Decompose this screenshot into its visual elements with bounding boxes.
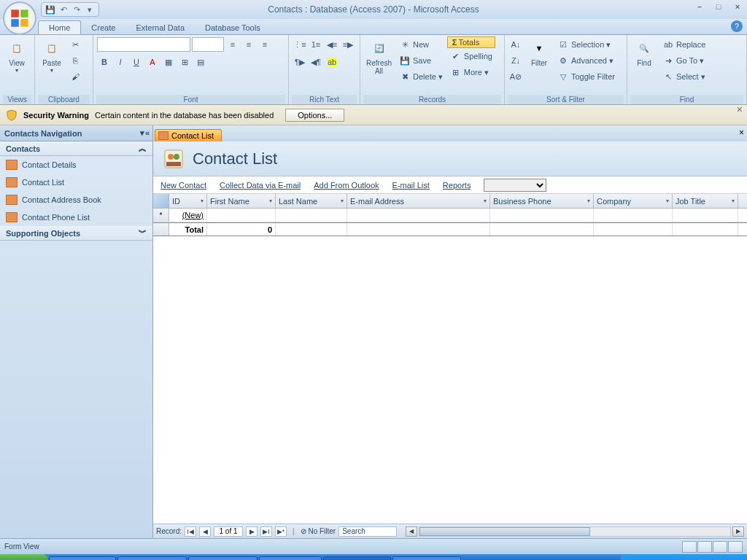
office-button[interactable] — [3, 1, 36, 35]
nav-item-contact-phone-list[interactable]: Contact Phone List — [0, 209, 152, 226]
totals-button[interactable]: Σ Totals — [447, 36, 495, 48]
link-new-contact[interactable]: New Contact — [160, 181, 206, 190]
link-add-outlook[interactable]: Add From Outlook — [314, 181, 379, 190]
form-view-button[interactable] — [682, 541, 697, 553]
select-button[interactable]: ↖Select ▾ — [659, 69, 708, 85]
italic-button[interactable]: I — [112, 54, 128, 70]
col-last-name[interactable]: Last Name▾ — [276, 194, 347, 208]
spelling-button[interactable]: ✔Spelling — [447, 48, 495, 64]
taskbar-item[interactable]: 📕Access Cont... — [188, 556, 258, 560]
taskbar-item-active[interactable]: 📕Microsoft Ac... — [323, 556, 392, 560]
tab-external-data[interactable]: External Data — [125, 21, 195, 34]
nav-dropdown-icon[interactable]: ▾ — [140, 128, 144, 138]
refresh-all-button[interactable]: 🔄Refresh All — [363, 36, 395, 77]
filter-button[interactable]: ▼Filter — [525, 36, 553, 69]
format-painter-button[interactable]: 🖌 — [67, 69, 83, 85]
nav-item-contact-address-book[interactable]: Contact Address Book — [0, 191, 152, 209]
col-id[interactable]: ID▾ — [169, 194, 207, 208]
start-button[interactable]: start — [0, 554, 48, 560]
delete-record-button[interactable]: ✖Delete ▾ — [396, 69, 446, 85]
tab-create[interactable]: Create — [81, 21, 125, 34]
filter-indicator[interactable]: ⊘ No Filter — [301, 527, 336, 535]
col-email[interactable]: E-mail Address▾ — [347, 194, 490, 208]
record-position-input[interactable] — [214, 526, 243, 537]
nav-section-supporting[interactable]: Supporting Objects︾ — [0, 226, 152, 241]
nav-header[interactable]: Contacts Navigation ▾« — [0, 125, 152, 141]
horizontal-scrollbar[interactable]: ◀ ▶ — [406, 526, 744, 537]
goto-button[interactable]: ➜Go To ▾ — [659, 52, 708, 69]
taskbar-item[interactable]: 🦊Document T... — [49, 556, 117, 560]
prev-record-button[interactable]: ◀ — [199, 526, 211, 537]
tab-database-tools[interactable]: Database Tools — [195, 21, 271, 34]
cut-button[interactable]: ✂ — [67, 36, 83, 52]
new-record-nav-button[interactable]: ▶* — [275, 526, 287, 537]
col-company[interactable]: Company▾ — [594, 194, 673, 208]
qat-dropdown-icon[interactable]: ▾ — [84, 4, 96, 15]
new-record-button[interactable]: ✳New — [396, 36, 446, 52]
highlight-button[interactable]: ab — [324, 54, 340, 70]
fill-color-button[interactable]: ▦ — [160, 54, 177, 70]
taskbar-item[interactable]: 📄3 Microsof... — [259, 556, 321, 560]
underline-button[interactable]: U — [128, 54, 144, 70]
align-center-button[interactable]: ≡ — [241, 36, 257, 52]
tab-home[interactable]: Home — [38, 20, 81, 34]
design-view-button[interactable] — [728, 541, 743, 553]
select-all-cell[interactable] — [153, 194, 169, 208]
last-record-button[interactable]: ▶I — [260, 526, 272, 537]
bullets-button[interactable]: ⋮≡ — [292, 36, 308, 52]
first-record-button[interactable]: I◀ — [185, 526, 196, 537]
font-color-button[interactable]: A — [144, 54, 160, 70]
col-business-phone[interactable]: Business Phone▾ — [490, 194, 594, 208]
numbering-button[interactable]: 1≡ — [308, 36, 324, 52]
save-icon[interactable]: 💾 — [44, 4, 56, 15]
nav-item-contact-details[interactable]: Contact Details — [0, 156, 152, 174]
alt-fill-button[interactable]: ▤ — [193, 54, 209, 70]
dec-indent-button[interactable]: ◀≡ — [324, 36, 340, 52]
close-button[interactable]: × — [731, 1, 744, 12]
more-button[interactable]: ⊞More ▾ — [447, 64, 495, 80]
security-close-button[interactable]: × — [737, 104, 743, 115]
link-email-list[interactable]: E-mail List — [392, 181, 430, 190]
doc-tab-close-button[interactable]: × — [739, 128, 744, 138]
toggle-filter-button[interactable]: ▽Toggle Filter — [554, 69, 618, 85]
nav-collapse-icon[interactable]: « — [145, 128, 150, 138]
inc-indent-button[interactable]: ≡▶ — [340, 36, 356, 52]
rtl-button[interactable]: ◀¶ — [308, 54, 324, 70]
link-collect-email[interactable]: Collect Data via E-mail — [220, 181, 301, 190]
find-button[interactable]: 🔍Find — [630, 36, 658, 69]
minimize-button[interactable]: – — [693, 1, 706, 12]
redo-icon[interactable]: ↷ — [71, 4, 82, 15]
col-first-name[interactable]: First Name▾ — [207, 194, 276, 208]
row-selector[interactable]: * — [153, 209, 169, 222]
new-id-value[interactable]: (New) — [182, 211, 204, 219]
copy-button[interactable]: ⎘ — [67, 52, 83, 69]
scroll-thumb[interactable] — [419, 527, 590, 536]
security-options-button[interactable]: Options... — [285, 109, 344, 122]
record-search-input[interactable]: Search — [338, 526, 397, 537]
clear-sort-button[interactable]: A⊘ — [508, 69, 524, 85]
taskbar-item[interactable]: 📝template_inf... — [392, 556, 461, 560]
nav-section-contacts[interactable]: Contacts︽ — [0, 141, 152, 156]
replace-button[interactable]: abReplace — [659, 36, 708, 52]
reports-dropdown[interactable] — [484, 179, 546, 192]
ltr-button[interactable]: ¶▶ — [292, 54, 308, 70]
doc-tab-contact-list[interactable]: Contact List — [155, 129, 222, 141]
next-record-button[interactable]: ▶ — [246, 526, 258, 537]
undo-icon[interactable]: ↶ — [58, 4, 69, 15]
col-job-title[interactable]: Job Title▾ — [673, 194, 738, 208]
taskbar-item[interactable]: 📗Microsoft Ex... — [117, 556, 186, 560]
selection-button[interactable]: ☑Selection ▾ — [554, 36, 618, 52]
sort-desc-button[interactable]: Z↓ — [508, 52, 524, 69]
sort-asc-button[interactable]: A↓ — [508, 36, 524, 52]
font-size-combo[interactable] — [192, 37, 224, 52]
align-right-button[interactable]: ≡ — [257, 36, 273, 52]
maximize-button[interactable]: □ — [712, 1, 725, 12]
new-record-row[interactable]: * (New) — [153, 209, 747, 222]
scroll-right-button[interactable]: ▶ — [732, 526, 744, 537]
save-record-button[interactable]: 💾Save — [396, 52, 446, 69]
paste-button[interactable]: 📋Paste▼ — [38, 36, 66, 75]
font-name-combo[interactable] — [97, 37, 190, 52]
help-button[interactable]: ? — [731, 20, 743, 32]
bold-button[interactable]: B — [96, 54, 112, 70]
gridlines-button[interactable]: ⊞ — [177, 54, 193, 70]
